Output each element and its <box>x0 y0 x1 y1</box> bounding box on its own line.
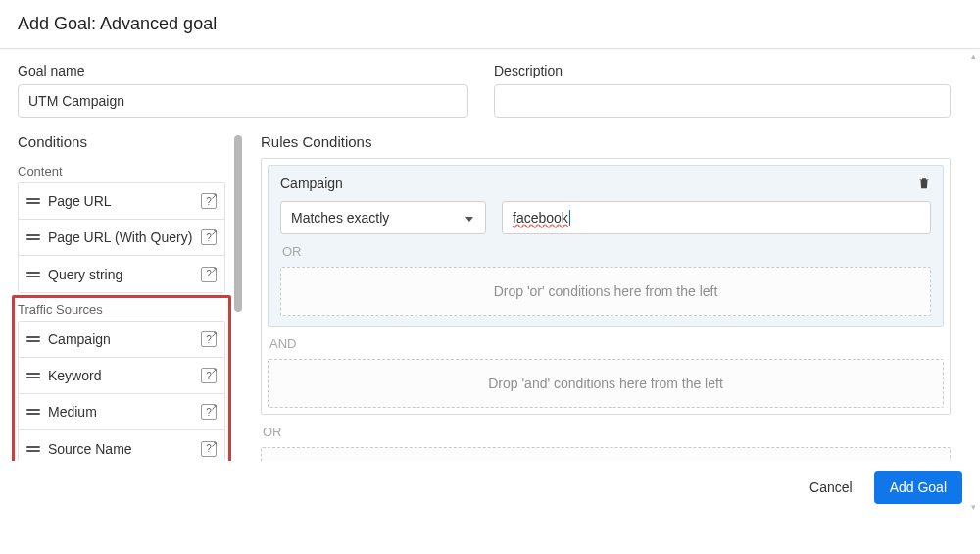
scroll-up-icon[interactable]: ▴ <box>968 51 978 61</box>
scroll-track[interactable] <box>968 61 978 502</box>
traffic-sources-highlight: Traffic Sources Campaign ? Keyword ? <box>12 295 231 471</box>
cond-medium[interactable]: Medium ? <box>19 394 224 430</box>
operator-value: Matches exactly <box>291 210 389 226</box>
drag-icon <box>26 336 40 342</box>
or-label: OR <box>282 244 931 259</box>
cond-page-url-query[interactable]: Page URL (With Query) ? <box>19 220 224 256</box>
traffic-list: Campaign ? Keyword ? Medium ? <box>18 321 225 468</box>
value-text: facebook <box>513 210 568 226</box>
cond-keyword[interactable]: Keyword ? <box>19 358 224 394</box>
conditions-title: Conditions <box>18 133 225 150</box>
scroll-down-icon[interactable]: ▾ <box>968 502 978 512</box>
drag-icon <box>26 373 40 378</box>
operator-select[interactable]: Matches exactly <box>280 201 486 234</box>
cond-label: Source Name <box>48 441 201 457</box>
content-list: Page URL ? Page URL (With Query) ? Query… <box>18 182 225 293</box>
drag-icon <box>26 409 40 415</box>
sidebar-scrollbar[interactable] <box>229 133 247 465</box>
and-label: AND <box>270 336 944 351</box>
cond-page-url[interactable]: Page URL ? <box>19 183 224 220</box>
or-drop-zone[interactable]: Drop 'or' conditions here from the left <box>280 267 931 316</box>
help-icon[interactable]: ? <box>201 331 217 347</box>
text-cursor <box>569 210 570 226</box>
rules-title: Rules Conditions <box>261 133 951 150</box>
help-icon[interactable]: ? <box>201 229 217 245</box>
rule-name: Campaign <box>280 176 343 191</box>
help-icon[interactable]: ? <box>201 193 217 209</box>
cond-label: Keyword <box>48 368 201 383</box>
trash-icon[interactable] <box>917 176 931 190</box>
cond-label: Page URL (With Query) <box>48 229 201 245</box>
goal-name-label: Goal name <box>18 63 468 78</box>
category-traffic-label: Traffic Sources <box>18 298 225 321</box>
cond-label: Campaign <box>48 331 201 347</box>
outer-or-label: OR <box>263 425 951 439</box>
dialog-title: Add Goal: Advanced goal <box>0 0 980 48</box>
help-icon[interactable]: ? <box>201 404 217 420</box>
category-content-label: Content <box>18 158 225 182</box>
value-input[interactable]: facebook <box>502 201 931 234</box>
scroll-thumb[interactable] <box>234 135 242 312</box>
dialog-body: Goal name Description Conditions Content… <box>0 49 980 514</box>
drag-icon <box>26 198 40 204</box>
cancel-button[interactable]: Cancel <box>804 472 858 503</box>
drag-icon <box>26 446 40 452</box>
help-icon[interactable]: ? <box>201 267 217 282</box>
cond-label: Medium <box>48 404 201 420</box>
page-scrollbar[interactable]: ▴ ▾ <box>968 51 978 512</box>
cond-label: Query string <box>48 267 201 282</box>
add-goal-button[interactable]: Add Goal <box>874 471 962 504</box>
and-drop-zone[interactable]: Drop 'and' conditions here from the left <box>268 359 944 408</box>
conditions-panel: Conditions Content Page URL ? Page URL (… <box>18 133 225 465</box>
help-icon[interactable]: ? <box>201 368 217 383</box>
rule-group-campaign: Campaign Matches exactly facebook OR <box>268 165 944 327</box>
rules-panel: Rules Conditions Campaign Matches exactl… <box>261 133 951 465</box>
dialog-footer: Cancel Add Goal <box>0 461 980 514</box>
and-block: AND Drop 'and' conditions here from the … <box>268 336 944 408</box>
goal-name-input[interactable] <box>18 84 468 118</box>
cond-label: Page URL <box>48 193 201 209</box>
drag-icon <box>26 272 40 277</box>
description-input[interactable] <box>494 84 951 118</box>
description-label: Description <box>494 63 951 78</box>
cond-campaign[interactable]: Campaign ? <box>19 322 224 358</box>
cond-query-string[interactable]: Query string ? <box>19 256 224 292</box>
help-icon[interactable]: ? <box>201 441 217 457</box>
rules-box: Campaign Matches exactly facebook OR <box>261 158 951 415</box>
drag-icon <box>26 234 40 240</box>
